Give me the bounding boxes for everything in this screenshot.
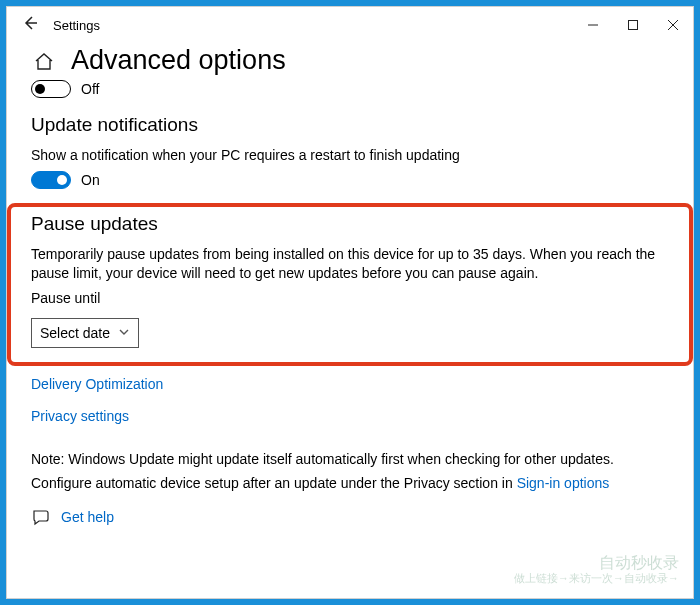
page-content: Off Update notifications Show a notifica… bbox=[7, 80, 693, 527]
note-device-setup: Configure automatic device setup after a… bbox=[31, 474, 669, 493]
pause-desc: Temporarily pause updates from being ins… bbox=[31, 245, 669, 283]
notifications-toggle-label: On bbox=[81, 172, 100, 188]
delivery-optimization-link[interactable]: Delivery Optimization bbox=[31, 376, 163, 392]
pause-date-select[interactable]: Select date bbox=[31, 318, 139, 348]
get-help-link[interactable]: Get help bbox=[61, 509, 114, 525]
notifications-title: Update notifications bbox=[31, 114, 669, 136]
privacy-settings-link[interactable]: Privacy settings bbox=[31, 408, 129, 424]
window-title: Settings bbox=[53, 18, 100, 33]
titlebar: Settings bbox=[7, 7, 693, 43]
close-button[interactable] bbox=[653, 7, 693, 43]
pause-until-label: Pause until bbox=[31, 289, 669, 308]
minimize-icon bbox=[587, 19, 599, 31]
chevron-down-icon bbox=[118, 325, 130, 341]
notifications-desc: Show a notification when your PC require… bbox=[31, 146, 669, 165]
watermark-line2: 做上链接→来访一次→自动收录→ bbox=[514, 572, 679, 584]
top-toggle-label: Off bbox=[81, 81, 99, 97]
close-icon bbox=[667, 19, 679, 31]
get-help-row[interactable]: Get help bbox=[31, 507, 669, 527]
signin-options-link[interactable]: Sign-in options bbox=[517, 474, 610, 493]
settings-window: Settings Advanced options Off Update not… bbox=[6, 6, 694, 599]
home-icon[interactable] bbox=[31, 48, 57, 74]
pause-updates-highlight: Pause updates Temporarily pause updates … bbox=[7, 203, 693, 366]
svg-rect-0 bbox=[629, 21, 638, 30]
maximize-button[interactable] bbox=[613, 7, 653, 43]
note-auto-update: Note: Windows Update might update itself… bbox=[31, 450, 669, 469]
notifications-toggle-row: On bbox=[31, 171, 669, 189]
maximize-icon bbox=[627, 19, 639, 31]
minimize-button[interactable] bbox=[573, 7, 613, 43]
pause-date-select-text: Select date bbox=[40, 325, 110, 341]
arrow-left-icon bbox=[21, 14, 39, 32]
watermark-line1: 自动秒收录 bbox=[514, 554, 679, 572]
notifications-toggle[interactable] bbox=[31, 171, 71, 189]
page-header: Advanced options bbox=[7, 45, 693, 76]
top-toggle[interactable] bbox=[31, 80, 71, 98]
note-device-setup-text: Configure automatic device setup after a… bbox=[31, 475, 517, 491]
page-title: Advanced options bbox=[71, 45, 286, 76]
chat-icon bbox=[31, 507, 51, 527]
back-button[interactable] bbox=[15, 14, 45, 37]
top-toggle-row: Off bbox=[31, 80, 669, 98]
pause-title: Pause updates bbox=[31, 213, 669, 235]
watermark: 自动秒收录 做上链接→来访一次→自动收录→ bbox=[514, 554, 679, 584]
